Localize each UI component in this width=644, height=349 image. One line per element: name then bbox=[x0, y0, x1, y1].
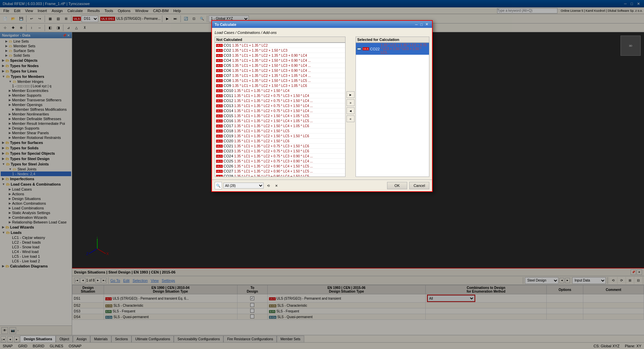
co25-formula: 1.35 * LC1 + 1.35 * LC2 + 0.75 * LC3 + 0… bbox=[234, 159, 313, 163]
co27-formula: 1.35 * LC1 + 1.35 * LC2 + 0.90 * LC4 + 1… bbox=[234, 169, 313, 173]
uls-co27: ULS bbox=[216, 170, 223, 173]
uls-co18: ULS bbox=[216, 130, 223, 133]
uls-co8: ULS bbox=[216, 79, 223, 82]
refresh-filter-btn[interactable]: ⟲ bbox=[265, 182, 272, 189]
calc-item-co4[interactable]: ULS CO4 1.35 * LC1 + 1.35 * LC2 + 1.50 *… bbox=[215, 58, 345, 63]
co8-formula: 1.35 * LC1 + 1.35 * LC2 + 1.50 * LC3 + 1… bbox=[232, 79, 311, 83]
move-right-btn[interactable]: ► bbox=[346, 91, 355, 98]
co22-id: CO22 bbox=[370, 47, 380, 51]
co1-formula: 1.35 * LC1 + 1.35 * LC2 bbox=[232, 44, 268, 47]
filter-select[interactable]: All (28) bbox=[223, 183, 264, 189]
calc-item-co19[interactable]: ULS CO19 1.35 * LC1 + 1.35 * LC2 + 1.50 … bbox=[215, 134, 345, 139]
calc-item-co10[interactable]: ULS CO10 1.35 * LC1 + 1.35 * LC2 + 1.50 … bbox=[215, 88, 345, 93]
calc-item-co11[interactable]: ULS CO11 1.35 * LC1 + 1.35 * LC2 + 0.75 … bbox=[215, 93, 345, 98]
calc-item-co26[interactable]: ULS CO26 1.35 * LC1 + 1.35 * LC2 + 0.90 … bbox=[215, 164, 345, 169]
uls-co19: ULS bbox=[216, 135, 223, 138]
co6-id: CO6 bbox=[224, 68, 231, 72]
calc-item-co25[interactable]: ULS CO25 1.35 * LC1 + 1.35 * LC2 + 0.75 … bbox=[215, 159, 345, 164]
co14-formula: 1.35 * LC1 + 1.35 * LC2 + 0.75 * LC3 + 1… bbox=[234, 109, 313, 113]
uls-co22: ULS bbox=[363, 47, 369, 50]
co22-formula: 1.35 * LC1 + 1.35 * LC2 + 0.75 * LC3 + 1… bbox=[381, 43, 428, 54]
uls-co2: ULS bbox=[216, 49, 223, 52]
calc-item-co23[interactable]: ULS CO23 1.35 * LC1 + 1.35 * LC2 + 0.75 … bbox=[215, 149, 345, 154]
co21-formula: 1.35 * LC1 + 1.35 * LC2 + 0.75 * LC3 + 1… bbox=[234, 144, 309, 148]
uls-co1: ULS bbox=[216, 44, 223, 47]
move-left-btn[interactable]: ◄ bbox=[346, 107, 355, 114]
co2-formula: 1.35 * LC1 + 1.35 * LC2 + 1.50 * LC3 bbox=[232, 49, 287, 52]
ok-button[interactable]: OK bbox=[387, 182, 407, 189]
uls-co25: ULS bbox=[216, 160, 223, 163]
co24-formula: 1.35 * LC1 + 1.35 * LC2 + 0.75 * LC3 + 0… bbox=[234, 154, 313, 158]
calc-item-co21[interactable]: ULS CO21 1.35 * LC1 + 1.35 * LC2 + 0.75 … bbox=[215, 144, 345, 149]
uls-co21: ULS bbox=[216, 145, 223, 148]
calc-item-co18[interactable]: ULS CO18 1.35 * LC1 + 1.35 * LC2 + 1.50 … bbox=[215, 129, 345, 134]
co26-formula: 1.35 * LC1 + 1.35 * LC2 + 0.90 * LC4 + 1… bbox=[234, 164, 313, 168]
transfer-arrows: ► » ◄ « bbox=[345, 37, 356, 177]
calc-item-co8[interactable]: ULS CO8 1.35 * LC1 + 1.35 * LC2 + 1.50 *… bbox=[215, 78, 345, 83]
calc-item-co16[interactable]: ULS CO16 1.35 * LC1 + 1.35 * LC2 + 1.50 … bbox=[215, 118, 345, 123]
co13-formula: 1.35 * LC1 + 1.35 * LC2 + 0.75 * LC3 + 1… bbox=[234, 104, 313, 108]
co10-formula: 1.35 * LC1 + 1.35 * LC2 + 1.50 * LC4 bbox=[234, 89, 289, 93]
calc-item-co14[interactable]: ULS CO14 1.35 * LC1 + 1.35 * LC2 + 0.75 … bbox=[215, 108, 345, 113]
co5-formula: 1.35 * LC1 + 1.35 * LC2 + 1.50 * LC3 + 0… bbox=[232, 64, 311, 67]
co2-id: CO2 bbox=[224, 48, 231, 52]
modal-close-btn[interactable]: ✕ bbox=[424, 22, 429, 27]
selected-calc-col: Selected for Calculation ■■ ULS CO22 1.3… bbox=[356, 37, 429, 177]
calc-item-co17[interactable]: ULS CO17 1.35 * LC1 + 1.35 * LC2 + 1.50 … bbox=[215, 123, 345, 129]
calc-item-co3[interactable]: ULS CO3 1.35 * LC1 + 1.35 * LC2 + 1.35 *… bbox=[215, 53, 345, 58]
calc-item-co1[interactable]: ULS CO1 1.35 * LC1 + 1.35 * LC2 bbox=[215, 43, 345, 48]
calc-item-co5[interactable]: ULS CO5 1.35 * LC1 + 1.35 * LC2 + 1.50 *… bbox=[215, 63, 345, 68]
calc-item-co15[interactable]: ULS CO15 1.35 * LC1 + 1.35 * LC2 + 1.50 … bbox=[215, 113, 345, 118]
calc-columns: Not Calculated ULS CO1 1.35 * LC1 + 1.35… bbox=[215, 37, 429, 177]
co7-id: CO7 bbox=[224, 73, 231, 78]
selected-indicator: ■■ bbox=[357, 47, 362, 50]
co5-id: CO5 bbox=[224, 63, 231, 67]
co21-id: CO21 bbox=[224, 144, 233, 148]
uls-co11: ULS bbox=[216, 94, 223, 97]
selected-calc-list[interactable]: ■■ ULS CO22 1.35 * LC1 + 1.35 * LC2 + 0.… bbox=[356, 43, 429, 177]
co28-id: CO28 bbox=[224, 174, 233, 177]
calc-item-co24[interactable]: ULS CO24 1.35 * LC1 + 1.35 * LC2 + 0.75 … bbox=[215, 154, 345, 159]
calc-item-co28[interactable]: ULS CO28 1.35 * LC1 + 1.35 * LC2 + 0.90 … bbox=[215, 174, 345, 177]
co14-id: CO14 bbox=[224, 109, 233, 113]
calc-item-co12[interactable]: ULS CO12 1.35 * LC1 + 1.35 * LC2 + 0.75 … bbox=[215, 98, 345, 103]
not-calc-list[interactable]: ULS CO1 1.35 * LC1 + 1.35 * LC2 ULS CO2 … bbox=[215, 43, 345, 177]
clear-filter-btn[interactable]: ✕ bbox=[273, 182, 280, 189]
co17-formula: 1.35 * LC1 + 1.35 * LC2 + 1.50 * LC4 + 1… bbox=[234, 124, 309, 128]
co9-formula: 1.35 * LC1 + 1.35 * LC2 + 1.50 * LC3 + 1… bbox=[232, 84, 307, 88]
co10-id: CO10 bbox=[224, 89, 233, 93]
co7-formula: 1.35 * LC1 + 1.35 * LC2 + 1.35 * LC3 + 1… bbox=[232, 74, 311, 78]
selected-calc-header: Selected for Calculation bbox=[356, 37, 429, 43]
calc-item-co9[interactable]: ULS CO9 1.35 * LC1 + 1.35 * LC2 + 1.50 *… bbox=[215, 83, 345, 88]
modal-min-btn[interactable]: ─ bbox=[414, 22, 419, 27]
co16-formula: 1.35 * LC1 + 1.35 * LC2 + 1.50 * LC4 + 1… bbox=[234, 119, 313, 123]
co17-id: CO17 bbox=[224, 124, 233, 128]
modal-search-btn[interactable]: 🔍 bbox=[215, 182, 222, 189]
uls-co17: ULS bbox=[216, 124, 223, 128]
uls-co12: ULS bbox=[216, 99, 223, 102]
calc-item-co20[interactable]: ULS CO20 1.35 * LC1 + 1.35 * LC2 + 1.50 … bbox=[215, 139, 345, 144]
modal-max-btn[interactable]: □ bbox=[419, 22, 424, 27]
co20-formula: 1.35 * LC1 + 1.35 * LC2 + 1.50 * LC6 bbox=[234, 139, 289, 143]
not-calc-header: Not Calculated bbox=[215, 37, 345, 43]
co16-id: CO16 bbox=[224, 119, 233, 123]
calc-item-co6[interactable]: ULS CO6 1.35 * LC1 + 1.35 * LC2 + 1.50 *… bbox=[215, 68, 345, 73]
co8-id: CO8 bbox=[224, 79, 231, 83]
calc-item-co13[interactable]: ULS CO13 1.35 * LC1 + 1.35 * LC2 + 0.75 … bbox=[215, 103, 345, 108]
uls-co7: ULS bbox=[216, 74, 223, 77]
calc-item-co2[interactable]: ULS CO2 1.35 * LC1 + 1.35 * LC2 + 1.50 *… bbox=[215, 48, 345, 53]
uls-co13: ULS bbox=[216, 104, 223, 107]
co4-id: CO4 bbox=[224, 58, 231, 62]
calc-item-co22-selected[interactable]: ■■ ULS CO22 1.35 * LC1 + 1.35 * LC2 + 0.… bbox=[356, 43, 429, 55]
uls-co20: ULS bbox=[216, 140, 223, 143]
modal-overlay: To Calculate ─ □ ✕ Load Cases / Combinat… bbox=[0, 0, 644, 349]
calc-item-co27[interactable]: ULS CO27 1.35 * LC1 + 1.35 * LC2 + 0.90 … bbox=[215, 169, 345, 174]
uls-co14: ULS bbox=[216, 109, 223, 112]
cancel-button[interactable]: Cancel bbox=[409, 182, 429, 189]
move-all-right-btn[interactable]: » bbox=[346, 99, 355, 106]
calc-item-co7[interactable]: ULS CO7 1.35 * LC1 + 1.35 * LC2 + 1.35 *… bbox=[215, 73, 345, 78]
uls-co10: ULS bbox=[216, 89, 223, 92]
co24-id: CO24 bbox=[224, 154, 233, 158]
co15-id: CO15 bbox=[224, 114, 233, 118]
move-all-left-btn[interactable]: « bbox=[346, 115, 355, 122]
